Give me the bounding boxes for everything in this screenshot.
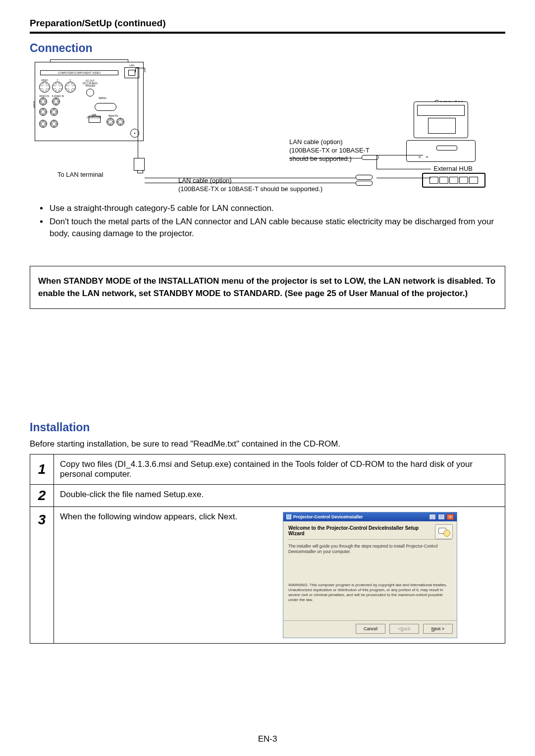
video-label: VIDEO	[39, 79, 50, 82]
connection-diagram: COMPUTER/COMPONENT VIDEO LAN VIDEO Y C	[30, 60, 505, 194]
panel-strip-label: COMPUTER/COMPONENT VIDEO	[40, 70, 118, 75]
bullet-item: Use a straight-through category-5 cable …	[49, 202, 505, 215]
step-text: When the following window appears, click…	[60, 512, 273, 522]
installation-steps-table: 1 Copy two files (DI_4.1.3.6.msi and Set…	[30, 454, 505, 644]
installation-title: Installation	[30, 421, 505, 434]
window-icon	[286, 514, 291, 519]
cancel-button[interactable]: Cancel	[356, 624, 385, 634]
connection-bullets: Use a straight-through category-5 cable …	[42, 202, 505, 240]
wizard-description: The installer will guide you through the…	[288, 544, 452, 554]
audio-jack-2	[50, 108, 58, 116]
standby-notice: When STANDBY MODE of the INSTALLATION me…	[30, 266, 505, 309]
step-number: 3	[30, 507, 54, 644]
table-row: 2 Double-click the file named Setup.exe.	[30, 485, 505, 507]
cable-end-icon	[356, 181, 373, 186]
installation-intro: Before starting installation, be sure to…	[30, 439, 505, 449]
step-text: Copy two files (DI_4.1.3.6.msi and Setup…	[54, 454, 505, 485]
c-label: C	[65, 79, 76, 82]
remote-label: REMOTE	[108, 115, 118, 117]
hub-icon	[422, 173, 485, 188]
table-row: 1 Copy two files (DI_4.1.3.6.msi and Set…	[30, 454, 505, 485]
audio-jack-4	[50, 120, 58, 128]
video-in-label: VIDEO IN	[39, 95, 49, 98]
step-number: 2	[30, 485, 54, 507]
connection-title: Connection	[30, 42, 505, 55]
page-header: Preparation/SetUp (continued)	[30, 18, 505, 29]
lan-cable-label-1: LAN cable (option) (100BASE-TX or 10BASE…	[178, 177, 322, 194]
projector-rear-panel: COMPUTER/COMPONENT VIDEO LAN VIDEO Y C	[35, 62, 144, 141]
video-jacks: VIDEO Y C	[39, 79, 76, 93]
wizard-title-text: Projector-Control DeviceInstaller	[293, 514, 363, 519]
serial-port	[95, 103, 116, 111]
cable-end-icon	[356, 175, 373, 180]
minimize-button[interactable]: _	[429, 514, 436, 520]
wizard-titlebar: Projector-Control DeviceInstaller _ □ ×	[283, 512, 457, 521]
step-text-cell: When the following window appears, click…	[54, 507, 505, 644]
usb-port	[89, 116, 101, 123]
y-label: Y	[52, 79, 63, 82]
rj45-connector-icon	[134, 158, 145, 171]
step-text: Double-click the file named Setup.exe.	[54, 485, 505, 507]
remote-jack-1	[107, 118, 114, 126]
wizard-welcome: Welcome to the Projector-Control DeviceI…	[288, 525, 452, 536]
header-rule	[30, 32, 505, 34]
remote-jack-2	[116, 118, 124, 126]
installer-wizard-window: Projector-Control DeviceInstaller _ □ × …	[283, 512, 457, 638]
to-lan-terminal-label: To LAN terminal	[57, 171, 103, 178]
external-hub-label: External HUB	[433, 165, 473, 172]
bullet-item: Don't touch the metal parts of the LAN c…	[49, 216, 505, 240]
svideo-in-label: S-VIDEO IN	[52, 95, 64, 98]
wizard-hero-icon	[435, 524, 453, 539]
next-button[interactable]: Next >	[423, 624, 453, 634]
audio-label: AUDIO	[33, 101, 36, 108]
wizard-warning: WARNING: This computer program is protec…	[288, 583, 452, 603]
maximize-button[interactable]: □	[438, 514, 445, 520]
audio-jack-3	[39, 120, 47, 128]
step-number: 1	[30, 454, 54, 485]
back-button[interactable]: < Back	[389, 624, 419, 634]
serial-label: SERIAL	[99, 97, 107, 100]
page-number: EN-3	[0, 734, 535, 744]
lan-cable-label-2: LAN cable (option) (100BASE-TX or 10BASE…	[289, 138, 370, 163]
close-button[interactable]: ×	[447, 514, 454, 520]
audio-jack-1	[39, 108, 47, 116]
lan-label: LAN	[129, 64, 134, 67]
table-row: 3 When the following window appears, cli…	[30, 507, 505, 644]
dc-out-label: DC OUT (5V 1.5A MAX) TRIGGER	[83, 80, 98, 97]
